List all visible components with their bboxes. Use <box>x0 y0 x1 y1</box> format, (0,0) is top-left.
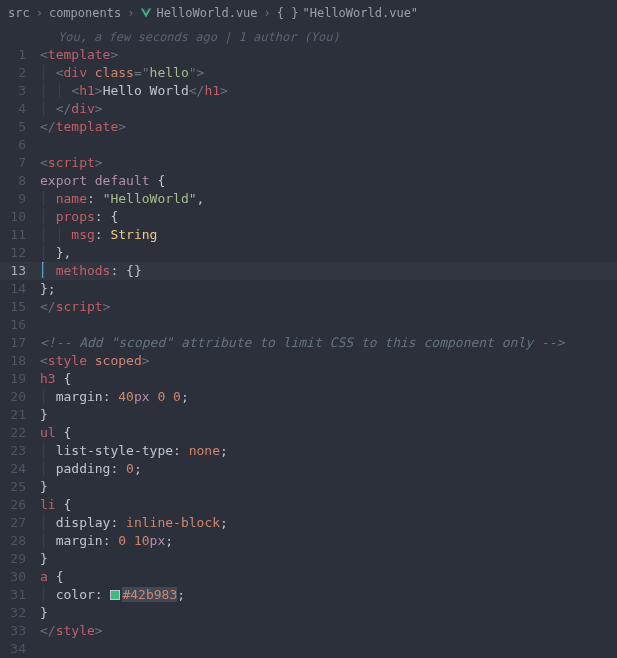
line-number: 24 <box>0 460 40 478</box>
code-line[interactable]: 1<template> <box>0 46 617 64</box>
line-number: 33 <box>0 622 40 640</box>
code-line[interactable]: 3│ │ <h1>Hello World</h1> <box>0 82 617 100</box>
code-line[interactable]: 11│ │ msg: String <box>0 226 617 244</box>
chevron-right-icon: › <box>127 4 134 22</box>
code-line[interactable]: 23│ list-style-type: none; <box>0 442 617 460</box>
line-number: 5 <box>0 118 40 136</box>
code-line[interactable]: 20│ margin: 40px 0 0; <box>0 388 617 406</box>
code-line[interactable]: 31│ color: #42b983; <box>0 586 617 604</box>
line-number: 13 <box>0 262 40 280</box>
code-line[interactable]: 5</template> <box>0 118 617 136</box>
code-line[interactable]: 27│ display: inline-block; <box>0 514 617 532</box>
code-line-current[interactable]: 13│ methods: {} <box>0 262 617 280</box>
line-number: 3 <box>0 82 40 100</box>
code-line[interactable]: 25} <box>0 478 617 496</box>
line-number: 16 <box>0 316 40 334</box>
line-number: 21 <box>0 406 40 424</box>
breadcrumb-seg-src[interactable]: src <box>8 4 30 22</box>
code-line[interactable]: 26li { <box>0 496 617 514</box>
breadcrumb-seg-file[interactable]: HelloWorld.vue <box>140 4 257 22</box>
line-number: 11 <box>0 226 40 244</box>
code-line[interactable]: 24│ padding: 0; <box>0 460 617 478</box>
code-line[interactable]: 15</script> <box>0 298 617 316</box>
code-line[interactable]: 8export default { <box>0 172 617 190</box>
code-line[interactable]: 32} <box>0 604 617 622</box>
code-editor[interactable]: 1<template> 2│ <div class="hello"> 3│ │ … <box>0 46 617 658</box>
code-line[interactable]: 14}; <box>0 280 617 298</box>
breadcrumb-file-label: HelloWorld.vue <box>156 4 257 22</box>
git-blame-annotation: You, a few seconds ago | 1 author (You) <box>0 28 617 46</box>
line-number: 22 <box>0 424 40 442</box>
code-line[interactable]: 30a { <box>0 568 617 586</box>
color-swatch-icon[interactable] <box>110 590 120 600</box>
line-number: 27 <box>0 514 40 532</box>
line-number: 20 <box>0 388 40 406</box>
line-number: 14 <box>0 280 40 298</box>
line-number: 10 <box>0 208 40 226</box>
line-number: 28 <box>0 532 40 550</box>
code-line[interactable]: 2│ <div class="hello"> <box>0 64 617 82</box>
line-number: 12 <box>0 244 40 262</box>
line-number: 30 <box>0 568 40 586</box>
line-number: 18 <box>0 352 40 370</box>
code-line[interactable]: 17<!-- Add "scoped" attribute to limit C… <box>0 334 617 352</box>
code-line[interactable]: 18<style scoped> <box>0 352 617 370</box>
line-number: 7 <box>0 154 40 172</box>
code-line[interactable]: 6 <box>0 136 617 154</box>
code-line[interactable]: 33</style> <box>0 622 617 640</box>
line-number: 34 <box>0 640 40 658</box>
line-number: 19 <box>0 370 40 388</box>
line-number: 2 <box>0 64 40 82</box>
line-number: 9 <box>0 190 40 208</box>
line-number: 23 <box>0 442 40 460</box>
code-line[interactable]: 10│ props: { <box>0 208 617 226</box>
code-line[interactable]: 28│ margin: 0 10px; <box>0 532 617 550</box>
code-line[interactable]: 34 <box>0 640 617 658</box>
code-line[interactable]: 9│ name: "HelloWorld", <box>0 190 617 208</box>
line-number: 32 <box>0 604 40 622</box>
line-number: 1 <box>0 46 40 64</box>
chevron-right-icon: › <box>36 4 43 22</box>
code-line[interactable]: 29} <box>0 550 617 568</box>
code-line[interactable]: 19h3 { <box>0 370 617 388</box>
code-line[interactable]: 16 <box>0 316 617 334</box>
breadcrumb: src › components › HelloWorld.vue › { } … <box>0 0 617 26</box>
line-number: 15 <box>0 298 40 316</box>
code-line[interactable]: 4│ </div> <box>0 100 617 118</box>
line-number: 17 <box>0 334 40 352</box>
line-number: 31 <box>0 586 40 604</box>
line-number: 6 <box>0 136 40 154</box>
line-number: 29 <box>0 550 40 568</box>
line-number: 8 <box>0 172 40 190</box>
code-line[interactable]: 21} <box>0 406 617 424</box>
breadcrumb-symbol-label: "HelloWorld.vue" <box>302 4 418 22</box>
line-number: 4 <box>0 100 40 118</box>
vue-icon <box>140 7 152 19</box>
line-number: 26 <box>0 496 40 514</box>
breadcrumb-seg-symbol[interactable]: { } "HelloWorld.vue" <box>277 4 418 22</box>
braces-icon: { } <box>277 4 299 22</box>
code-line[interactable]: 7<script> <box>0 154 617 172</box>
code-line[interactable]: 22ul { <box>0 424 617 442</box>
chevron-right-icon: › <box>264 4 271 22</box>
code-line[interactable]: 12│ }, <box>0 244 617 262</box>
breadcrumb-seg-components[interactable]: components <box>49 4 121 22</box>
line-number: 25 <box>0 478 40 496</box>
